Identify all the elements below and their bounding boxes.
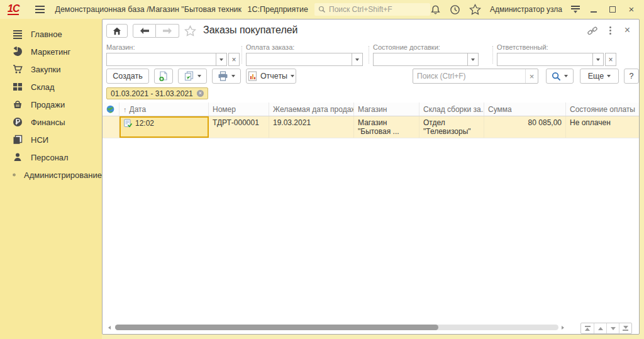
help-button-label: ? <box>630 72 634 81</box>
create-by-copy-button[interactable] <box>154 69 173 84</box>
filter-payment-dropdown-icon[interactable] <box>352 53 363 66</box>
filter-responsible-clear-icon[interactable]: × <box>605 53 616 66</box>
column-header-payment-state[interactable]: Состояние оплаты <box>566 103 639 116</box>
magnifier-icon <box>552 72 561 81</box>
scroll-up-button[interactable] <box>594 323 606 333</box>
filter-shop-clear-icon[interactable]: × <box>228 53 240 66</box>
get-link-icon[interactable] <box>587 26 597 36</box>
more-button[interactable]: Еще <box>580 69 619 84</box>
home-button[interactable] <box>106 24 128 38</box>
column-header-warehouse[interactable]: Склад сборки за... <box>419 103 484 116</box>
column-header-label: Склад сборки за... <box>423 105 484 114</box>
list-search-input[interactable] <box>413 72 525 81</box>
filter-delivery-dropdown-icon[interactable] <box>467 53 479 66</box>
column-header-shop[interactable]: Магазин <box>354 103 419 116</box>
add-to-favorites-star-icon[interactable] <box>184 25 196 36</box>
scroll-top-button[interactable] <box>581 323 594 333</box>
filter-responsible-dropdown-icon[interactable] <box>592 53 604 66</box>
filter-separator <box>492 46 493 64</box>
sidebar-item-administration[interactable]: Администрирование <box>0 166 102 184</box>
horizontal-scrollbar-thumb[interactable] <box>115 325 438 330</box>
filters-row: Магазин: × Оплата заказа: Состояние дост… <box>103 42 639 67</box>
sidebar-item-label: Финансы <box>31 118 65 127</box>
sidebar-item-main[interactable]: Главное <box>0 25 102 43</box>
main-menu-icon[interactable] <box>35 6 45 13</box>
filter-delivery-input[interactable] <box>373 53 467 66</box>
document-plus-icon <box>158 71 169 82</box>
column-header-label: Состояние оплаты <box>570 105 635 114</box>
gear-icon <box>13 170 16 180</box>
maximize-button[interactable] <box>608 4 618 14</box>
column-header-desired-date[interactable]: Желаемая дата продажи <box>269 103 354 116</box>
row-shop-cell: Магазин "Бытовая ... <box>354 116 419 138</box>
filter-separator <box>369 46 369 64</box>
scroll-bottom-button[interactable] <box>619 323 631 333</box>
print-button[interactable] <box>212 69 241 84</box>
scroll-right-arrow-icon[interactable] <box>562 326 564 330</box>
close-panel-icon[interactable]: × <box>625 25 630 36</box>
sidebar-item-marketing[interactable]: Маркетинг <box>0 43 102 60</box>
remove-period-filter-icon[interactable]: × <box>197 90 204 97</box>
sidebar-item-label: Склад <box>31 82 55 92</box>
grid-icon <box>13 82 23 92</box>
sidebar-item-nsi[interactable]: НСИ <box>0 131 102 148</box>
autoupdate-column-header[interactable] <box>103 103 119 116</box>
filter-responsible-label: Ответственный: <box>497 43 616 51</box>
history-icon[interactable] <box>450 4 460 15</box>
globe-icon <box>106 105 114 113</box>
table-row[interactable]: 12:02 ТДРТ-000001 19.03.2021 Магазин "Бы… <box>103 116 639 138</box>
more-actions-icon[interactable] <box>608 25 613 36</box>
column-header-amount[interactable]: Сумма <box>484 103 566 116</box>
advanced-search-button[interactable] <box>546 69 574 84</box>
dropdown-caret-icon <box>564 75 568 77</box>
filter-separator <box>242 46 242 64</box>
printer-icon <box>218 71 228 81</box>
scroll-left-arrow-icon[interactable] <box>108 326 111 330</box>
filter-shop-label: Магазин: <box>106 43 240 51</box>
pie-chart-icon <box>13 47 23 57</box>
create-button[interactable]: Создать <box>106 69 149 84</box>
person-icon <box>13 152 23 162</box>
sidebar-item-label: Маркетинг <box>31 47 70 57</box>
books-icon <box>13 135 23 145</box>
period-filter-chip[interactable]: 01.03.2021 - 31.03.2021 × <box>106 87 208 99</box>
sidebar-item-finance[interactable]: Финансы <box>0 113 102 131</box>
filter-shop-input[interactable] <box>106 53 216 66</box>
list-search-clear-icon[interactable]: × <box>525 69 538 83</box>
column-header-number[interactable]: Номер <box>209 103 269 116</box>
global-search-input[interactable] <box>329 5 426 14</box>
service-menu-icon[interactable] <box>571 6 580 13</box>
window-title: Демонстрационная база /Магазин "Бытовая … <box>55 5 241 14</box>
column-header-label: Желаемая дата продажи <box>273 105 354 114</box>
reports-button[interactable]: Отчеты <box>246 69 296 84</box>
row-date-cell[interactable]: 12:02 <box>119 116 209 138</box>
minimize-button[interactable] <box>589 4 599 14</box>
column-header-date[interactable]: ↑ Дата <box>119 103 209 116</box>
forward-button[interactable] <box>156 24 179 38</box>
notifications-bell-icon[interactable] <box>430 4 441 15</box>
global-search[interactable] <box>314 3 430 16</box>
help-button[interactable]: ? <box>624 69 639 84</box>
current-user[interactable]: Администратор узла <box>490 5 562 14</box>
filter-shop-dropdown-icon[interactable] <box>216 53 227 66</box>
period-filter-label: 01.03.2021 - 31.03.2021 <box>111 89 193 98</box>
sidebar-item-personnel[interactable]: Персонал <box>0 148 102 166</box>
column-header-label: Дата <box>130 105 147 114</box>
sidebar-item-warehouse[interactable]: Склад <box>0 78 102 96</box>
sidebar-item-sales[interactable]: Продажи <box>0 96 102 113</box>
scroll-down-button[interactable] <box>606 323 619 333</box>
horizontal-scrollbar-track[interactable] <box>115 325 558 330</box>
copy-documents-button[interactable] <box>178 69 207 84</box>
close-window-button[interactable]: × <box>626 4 636 14</box>
reports-button-label: Отчеты <box>260 72 287 81</box>
arrow-right-icon <box>163 28 172 34</box>
arrow-left-icon <box>140 28 149 34</box>
filter-payment-input[interactable] <box>246 53 352 66</box>
logo-1c: 1С <box>8 4 19 15</box>
back-button[interactable] <box>133 24 156 38</box>
sidebar-item-purchases[interactable]: Закупки <box>0 60 102 78</box>
document-posted-icon <box>123 119 132 128</box>
filter-responsible-input[interactable] <box>497 53 592 66</box>
ruble-icon <box>13 117 23 127</box>
favorites-star-icon[interactable] <box>469 4 481 15</box>
